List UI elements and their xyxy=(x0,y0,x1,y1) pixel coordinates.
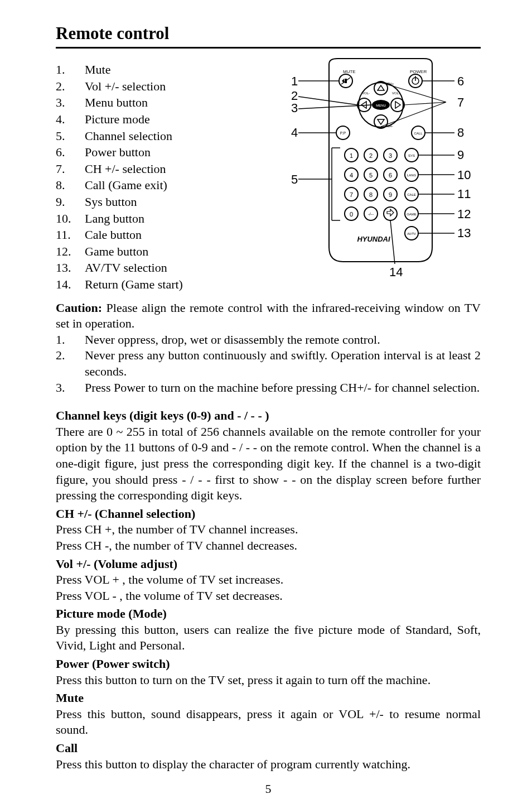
key-5: 5 xyxy=(369,172,373,179)
heading-power: Power (Power switch) xyxy=(56,656,481,672)
remote-diagram: MUTE POWER MENU xyxy=(279,62,481,282)
key-9: 9 xyxy=(389,191,392,198)
list-item: 4.Picture mode xyxy=(56,112,279,128)
list-label: Picture mode xyxy=(85,112,150,128)
body-ch-2: Press CH -, the number of TV channel dec… xyxy=(56,538,481,554)
list-num: 14. xyxy=(56,277,85,293)
key-dash: -/-- xyxy=(368,211,374,216)
key-sys: SYS xyxy=(408,154,415,157)
list-text: Never oppress, drop, wet or disassembly … xyxy=(85,332,481,348)
list-item: 7.CH +/- selection xyxy=(56,161,279,177)
svg-line-31 xyxy=(298,97,357,105)
list-item: 3.Menu button xyxy=(56,95,279,111)
list-item: 11.Cale button xyxy=(56,227,279,243)
list-item: 6.Power button xyxy=(56,145,279,161)
callout-12: 12 xyxy=(457,207,471,221)
remote-diagram-svg: MUTE POWER MENU xyxy=(268,57,480,281)
key-avtv: AV/TV xyxy=(407,232,416,235)
list-label: Game button xyxy=(85,244,148,260)
key-7: 7 xyxy=(350,191,353,198)
body-call: Press this button to display the charact… xyxy=(56,757,481,773)
list-num: 3. xyxy=(56,380,85,396)
list-item: 10.Lang button xyxy=(56,211,279,227)
heading-underline xyxy=(56,47,481,49)
body-channel-keys: There are 0 ~ 255 in total of 256 channe… xyxy=(56,424,481,504)
callout-1: 1 xyxy=(291,74,298,88)
caution-block: Caution: Please align the remote control… xyxy=(56,300,481,396)
key-8: 8 xyxy=(369,191,373,198)
list-num: 5. xyxy=(56,128,85,145)
key-lang: LANG xyxy=(407,174,417,177)
label-power: POWER xyxy=(410,69,427,74)
list-item: 2.Never press any button continuously an… xyxy=(56,348,481,379)
key-cale: CALE xyxy=(407,193,416,196)
list-num: 1. xyxy=(56,62,85,78)
list-item: 8.Call (Game exit) xyxy=(56,177,279,194)
list-text: Press Power to turn on the machine befor… xyxy=(85,380,481,396)
list-num: 10. xyxy=(56,211,85,227)
list-num: 11. xyxy=(56,227,85,243)
heading-picture: Picture mode (Mode) xyxy=(56,606,481,622)
callout-10: 10 xyxy=(457,168,471,182)
list-label: Sys button xyxy=(85,194,137,210)
list-num: 4. xyxy=(56,112,85,128)
list-label: Lang button xyxy=(85,211,144,227)
list-item: 13.AV/TV selection xyxy=(56,260,279,276)
callout-7: 7 xyxy=(457,95,464,109)
callout-11: 11 xyxy=(457,187,471,201)
callout-14: 14 xyxy=(389,265,403,279)
page-heading: Remote control xyxy=(56,22,481,45)
list-num: 2. xyxy=(56,348,85,379)
svg-point-9 xyxy=(391,98,404,112)
heading-vol: Vol +/- (Volume adjust) xyxy=(56,556,481,572)
list-label: Return (Game start) xyxy=(85,277,183,293)
list-num: 7. xyxy=(56,161,85,177)
list-label: Cale button xyxy=(85,227,142,243)
label-vol-minus: VOL- xyxy=(362,92,370,95)
heading-mute: Mute xyxy=(56,690,481,706)
list-label: Call (Game exit) xyxy=(85,177,167,194)
key-6: 6 xyxy=(389,172,392,179)
key-game: GAME xyxy=(407,213,417,216)
heading-ch-selection: CH +/- (Channel selection) xyxy=(56,506,481,522)
caution-label: Caution: xyxy=(56,301,102,315)
list-num: 1. xyxy=(56,332,85,348)
callout-4: 4 xyxy=(291,126,298,139)
list-num: 9. xyxy=(56,194,85,210)
list-label: Mute xyxy=(85,62,110,78)
callout-5: 5 xyxy=(291,172,298,186)
caution-intro-text: Please align the remote control with the… xyxy=(56,301,481,331)
callout-6: 6 xyxy=(457,74,464,88)
callout-3: 3 xyxy=(291,101,298,115)
key-2: 2 xyxy=(369,152,373,159)
remote-feature-list: 1.Mute 2.Vol +/- selection 3.Menu button… xyxy=(56,62,279,293)
list-label: Power button xyxy=(85,145,151,161)
label-vol-plus: VOL+ xyxy=(392,92,401,95)
list-num: 6. xyxy=(56,145,85,161)
key-0: 0 xyxy=(350,211,353,218)
key-4: 4 xyxy=(350,172,353,179)
list-label: Menu button xyxy=(85,95,148,111)
heading-channel-keys: Channel keys (digit keys (0-9) and - / -… xyxy=(56,408,481,424)
list-item: 12.Game button xyxy=(56,244,279,260)
list-item: 2.Vol +/- selection xyxy=(56,79,279,95)
label-menu: MENU xyxy=(376,104,386,107)
svg-point-6 xyxy=(374,81,388,95)
list-num: 2. xyxy=(56,79,85,95)
list-num: 13. xyxy=(56,260,85,276)
key-3: 3 xyxy=(389,152,392,159)
label-call: CALL xyxy=(414,132,423,135)
body-picture: By pressing this button, users can reali… xyxy=(56,622,481,654)
body-power: Press this button to turn on the TV set,… xyxy=(56,672,481,689)
body-ch-1: Press CH +, the number of TV channel inc… xyxy=(56,522,481,538)
callout-9: 9 xyxy=(457,148,464,162)
callout-8: 8 xyxy=(457,126,464,139)
list-item: 1.Mute xyxy=(56,62,279,78)
page-number: 5 xyxy=(56,781,481,797)
list-label: AV/TV selection xyxy=(85,260,167,276)
caution-list: 1.Never oppress, drop, wet or disassembl… xyxy=(56,332,481,396)
heading-call: Call xyxy=(56,740,481,757)
list-item: 9.Sys button xyxy=(56,194,279,210)
list-label: Vol +/- selection xyxy=(85,79,166,95)
label-ch-minus: CH- xyxy=(387,124,393,128)
